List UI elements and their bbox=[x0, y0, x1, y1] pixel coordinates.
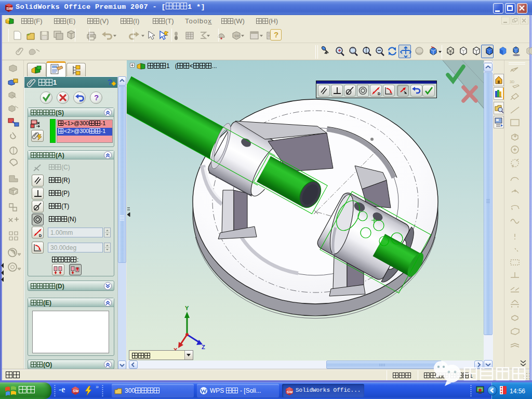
svg-text:Y: Y bbox=[185, 305, 189, 311]
svg-text:D: D bbox=[378, 92, 380, 96]
svg-text:SW: SW bbox=[73, 389, 79, 393]
svg-text:SW: SW bbox=[234, 34, 240, 37]
svg-text:SW: SW bbox=[287, 390, 294, 394]
svg-text:Z: Z bbox=[202, 344, 205, 350]
svg-text:3D: 3D bbox=[510, 80, 514, 84]
svg-text:SW: SW bbox=[6, 6, 13, 11]
svg-text:D: D bbox=[39, 234, 42, 237]
